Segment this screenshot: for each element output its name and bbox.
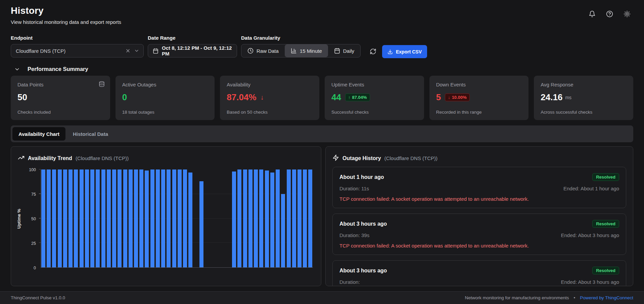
- bar-slot: [58, 169, 62, 267]
- outage-title: About 3 hours ago: [339, 268, 387, 274]
- uptime-bar: [58, 169, 62, 267]
- y-tick-label: 25: [31, 241, 36, 246]
- outage-history-title: Outage History: [342, 155, 381, 161]
- outage-item[interactable]: About 3 hours ago Resolved Duration: 39s…: [332, 214, 626, 255]
- summary-cards: Data Points 50 Checks included Active Ou…: [11, 76, 633, 120]
- arrow-down-icon: ↓: [448, 95, 450, 100]
- export-csv-button[interactable]: Export CSV: [382, 45, 427, 58]
- uptime-bar: [80, 169, 84, 267]
- uptime-badge: ↑87.04%: [345, 93, 370, 101]
- card-caption: 18 total outages: [122, 110, 154, 115]
- uptime-bar: [183, 169, 187, 267]
- outage-ended: Ended: About 1 hour ago: [563, 186, 619, 191]
- uptime-bar: [292, 169, 296, 267]
- bar-slot: [161, 169, 165, 267]
- resolved-status-badge: Resolved: [592, 267, 619, 274]
- outage-history-panel: Outage History (Cloudflare DNS (TCP)) Ab…: [325, 146, 633, 286]
- granularity-15-minute-button[interactable]: 15 Minute: [285, 44, 328, 57]
- export-csv-label: Export CSV: [396, 49, 422, 54]
- help-button[interactable]: [603, 7, 616, 20]
- card-down-events: Down Events 5 ↓10.00% Recorded in this r…: [429, 76, 529, 120]
- chevron-down-icon: [14, 66, 20, 72]
- outage-duration: Duration:: [339, 279, 360, 285]
- theme-toggle-button[interactable]: [620, 7, 633, 20]
- uptime-bar: [167, 169, 171, 267]
- bar-slot: [123, 169, 127, 267]
- granularity-daily-button[interactable]: Daily: [328, 44, 360, 57]
- performance-summary-toggle[interactable]: Performance Summary: [11, 66, 633, 72]
- bar-slot: [287, 169, 291, 267]
- granularity-15-minute-label: 15 Minute: [300, 48, 322, 54]
- uptime-bar: [287, 169, 291, 267]
- database-icon: [99, 81, 105, 87]
- download-icon: [387, 49, 393, 54]
- refresh-button[interactable]: [366, 44, 380, 59]
- uptime-bar: [112, 169, 116, 267]
- clear-icon[interactable]: [125, 48, 131, 53]
- tab-availability-chart[interactable]: Availability Chart: [12, 127, 65, 141]
- uptime-bar: [265, 170, 269, 267]
- chart-title: Availability Trend: [28, 155, 72, 161]
- card-label: Down Events: [436, 82, 522, 87]
- outage-item[interactable]: About 3 hours ago Resolved Duration: End…: [332, 260, 626, 286]
- tab-historical-data[interactable]: Historical Data: [67, 127, 114, 141]
- outage-history-subtitle: (Cloudflare DNS (TCP)): [384, 155, 438, 161]
- page-header: History View historical monitoring data …: [11, 5, 633, 25]
- uptime-bar: [172, 169, 176, 267]
- bar-slot: [270, 169, 274, 267]
- notifications-button[interactable]: [586, 7, 598, 20]
- card-value: 87.04%: [227, 92, 256, 103]
- card-caption: Successful checks: [331, 110, 369, 115]
- uptime-bar: [68, 169, 73, 267]
- date-range-picker[interactable]: Oct 8, 12:12 PM - Oct 9, 12:12 PM: [148, 44, 237, 58]
- bar-slot: [254, 169, 258, 267]
- availability-trend-panel: Availability Trend (Cloudflare DNS (TCP)…: [11, 146, 321, 286]
- bar-slot: [243, 169, 247, 267]
- bar-slot: [101, 169, 105, 267]
- bar-slot: [308, 169, 312, 267]
- resolved-status-badge: Resolved: [592, 220, 619, 228]
- uptime-bar: [243, 169, 247, 267]
- endpoint-select[interactable]: Cloudflare DNS (TCP): [11, 44, 144, 58]
- bar-slot: [96, 169, 100, 267]
- trend-down-arrow-icon: ↓: [261, 93, 264, 101]
- bar-slot: [248, 169, 252, 267]
- uptime-bar: [254, 169, 258, 267]
- bar-slot: [194, 169, 198, 267]
- help-circle-icon: [606, 10, 613, 17]
- view-tabs: Availability Chart Historical Data: [11, 125, 633, 142]
- endpoint-label: Endpoint: [11, 35, 144, 41]
- granularity-raw-data-button[interactable]: Raw Data: [241, 44, 285, 57]
- bar-slot: [150, 169, 154, 267]
- uptime-bar: [199, 181, 203, 267]
- date-range-value: Oct 8, 12:12 PM - Oct 9, 12:12 PM: [162, 45, 232, 56]
- card-value: 24.16: [541, 92, 562, 103]
- chevron-down-icon[interactable]: [134, 48, 139, 53]
- card-value: 5: [436, 92, 441, 103]
- bar-slot: [297, 169, 302, 267]
- powered-by-link[interactable]: Powered by ThingConnect: [580, 295, 633, 300]
- bar-slot: [107, 169, 111, 267]
- card-unit: ms: [565, 95, 571, 100]
- y-axis-title: Uptime %: [16, 169, 22, 268]
- uptime-bar: [281, 194, 285, 267]
- clock-icon: [247, 48, 254, 54]
- y-tick-label: 100: [29, 167, 36, 172]
- outage-duration: Duration: 39s: [339, 232, 369, 238]
- granularity-daily-label: Daily: [343, 48, 354, 54]
- uptime-bar: [47, 169, 51, 267]
- outage-item[interactable]: About 1 hour ago Resolved Duration: 11s …: [332, 167, 626, 208]
- bar-slot: [281, 169, 285, 267]
- bar-slot: [216, 169, 220, 267]
- outage-duration: Duration: 11s: [339, 186, 369, 191]
- bar-slot: [188, 169, 192, 267]
- uptime-bar: [188, 173, 192, 267]
- uptime-bar: [237, 169, 241, 267]
- uptime-bar: [123, 169, 127, 267]
- y-tick-label: 75: [31, 192, 36, 197]
- outage-error-message: TCP connection failed: A socket operatio…: [339, 196, 619, 202]
- uptime-bar: [41, 169, 45, 267]
- bar-slot: [74, 169, 78, 267]
- card-caption: Recorded in this range: [436, 110, 482, 115]
- uptime-bar: [161, 169, 165, 267]
